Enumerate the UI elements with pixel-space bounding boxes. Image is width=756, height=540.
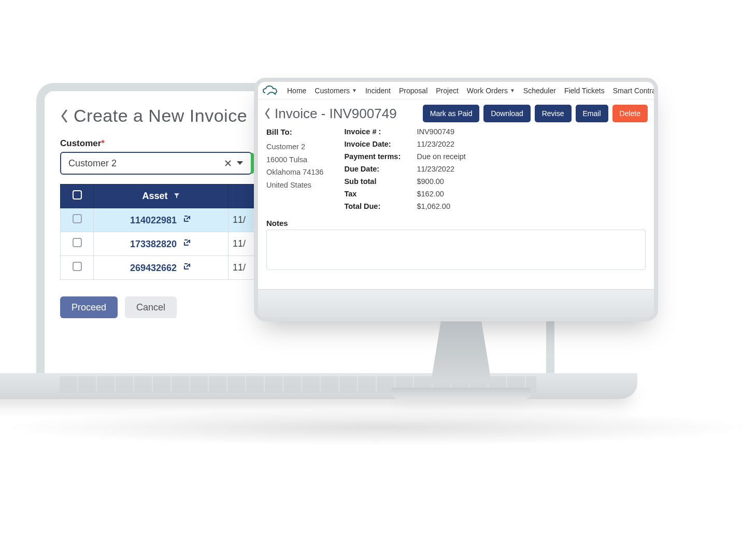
row-checkbox[interactable]: [73, 262, 82, 271]
desktop-chin: [258, 289, 654, 317]
header-asset[interactable]: Asset: [94, 184, 229, 208]
cancel-button[interactable]: Cancel: [125, 296, 177, 318]
nav-scheduler[interactable]: Scheduler: [523, 87, 556, 95]
nav-work-orders[interactable]: Work Orders ▼: [467, 87, 515, 95]
customer-select[interactable]: Customer 2: [60, 152, 252, 175]
asset-cell[interactable]: 173382820: [94, 232, 229, 256]
invoice-detail-screen: Home Customers ▼ Incident Proposal Proje…: [258, 82, 654, 289]
open-icon[interactable]: [182, 214, 192, 223]
page-title: Create a New Invoice: [74, 106, 247, 126]
nav-incident[interactable]: Incident: [365, 87, 391, 95]
meta-total-value: $1,062.00: [417, 202, 489, 210]
email-button[interactable]: Email: [576, 105, 608, 122]
meta-invoice-date-label: Invoice Date:: [344, 140, 417, 148]
header-checkbox[interactable]: [73, 190, 82, 200]
asset-table: Asset 114022981: [60, 184, 265, 280]
mark-as-paid-button[interactable]: Mark as Paid: [423, 105, 480, 122]
invoice-header: Invoice - INV900749 Mark as Paid Downloa…: [258, 100, 654, 125]
proceed-button[interactable]: Proceed: [60, 296, 118, 318]
meta-invoice-no-label: Invoice # :: [344, 127, 417, 136]
desktop-device: Home Customers ▼ Incident Proposal Proje…: [254, 78, 668, 399]
asset-id: 173382820: [130, 239, 177, 249]
caret-down-icon: ▼: [510, 88, 515, 93]
table-row[interactable]: 114022981 11/: [61, 208, 265, 232]
caret-down-icon: ▼: [352, 88, 357, 93]
meta-tax-label: Tax: [344, 190, 417, 198]
desktop-stand: [415, 321, 508, 399]
bill-to-block: Bill To: Customer 2 16000 Tulsa Oklahoma…: [266, 127, 323, 210]
back-chevron-icon[interactable]: [264, 108, 270, 119]
stand-neck: [425, 321, 497, 383]
table-row[interactable]: 269432662 11/: [61, 256, 265, 280]
row-checkbox[interactable]: [73, 214, 82, 223]
floor-shadow: [0, 409, 756, 446]
nav-smart-contracts[interactable]: Smart Contracts ▼: [613, 87, 654, 95]
bill-to-name: Customer 2: [266, 140, 323, 153]
asset-cell[interactable]: 114022981: [94, 208, 229, 232]
meta-invoice-no-value: INV900749: [417, 127, 489, 136]
header-asset-label: Asset: [142, 191, 167, 201]
filter-icon[interactable]: [174, 193, 180, 199]
open-icon[interactable]: [182, 262, 192, 271]
customer-label-text: Customer: [60, 138, 101, 148]
delete-button[interactable]: Delete: [612, 105, 648, 122]
meta-subtotal-value: $900.00: [417, 177, 489, 186]
notes-textarea[interactable]: [266, 230, 646, 270]
nav-project[interactable]: Project: [436, 87, 459, 95]
row-checkbox[interactable]: [73, 238, 82, 247]
dropdown-caret-icon[interactable]: [236, 161, 244, 166]
meta-due-value: 11/23/2022: [417, 165, 489, 173]
header-checkbox-cell: [61, 184, 94, 208]
invoice-title: Invoice - INV900749: [275, 106, 397, 122]
notes-label: Notes: [258, 216, 654, 230]
app-logo-icon[interactable]: [262, 84, 279, 97]
bill-to-line3: United States: [266, 179, 323, 192]
nav-customers-label: Customers: [315, 87, 350, 95]
top-nav: Home Customers ▼ Incident Proposal Proje…: [258, 82, 654, 100]
download-button[interactable]: Download: [483, 105, 530, 122]
customer-select-controls: [225, 160, 244, 166]
meta-due-label: Due Date:: [344, 165, 417, 173]
nav-proposal[interactable]: Proposal: [399, 87, 427, 95]
nav-smart-contracts-label: Smart Contracts: [613, 87, 654, 95]
invoice-actions: Mark as Paid Download Revise Email Delet…: [423, 105, 648, 122]
customer-select-value: Customer 2: [68, 158, 117, 169]
required-asterisk: *: [101, 138, 105, 148]
asset-id: 269432662: [130, 263, 177, 273]
meta-terms-label: Payment terms:: [344, 152, 417, 161]
nav-customers[interactable]: Customers ▼: [315, 87, 357, 95]
invoice-title-row: Invoice - INV900749: [264, 106, 397, 122]
bill-to-line2: Oklahoma 74136: [266, 166, 323, 179]
back-chevron-icon[interactable]: [60, 109, 68, 123]
asset-cell[interactable]: 269432662: [94, 256, 229, 280]
meta-total-label: Total Due:: [344, 202, 417, 210]
bill-to-heading: Bill To:: [266, 127, 323, 136]
stand-foot: [391, 388, 531, 399]
desktop-screen-bezel: Home Customers ▼ Incident Proposal Proje…: [254, 78, 658, 321]
nav-field-tickets[interactable]: Field Tickets: [564, 87, 605, 95]
meta-terms-value: Due on receipt: [417, 152, 489, 161]
meta-subtotal-label: Sub total: [344, 177, 417, 186]
table-row[interactable]: 173382820 11/: [61, 232, 265, 256]
meta-tax-value: $162.00: [417, 190, 489, 198]
nav-work-orders-label: Work Orders: [467, 87, 508, 95]
revise-button[interactable]: Revise: [535, 105, 572, 122]
asset-id: 114022981: [130, 215, 177, 225]
meta-invoice-date-value: 11/23/2022: [417, 140, 489, 148]
invoice-meta: Invoice # : INV900749 Invoice Date: 11/2…: [344, 127, 489, 210]
nav-home[interactable]: Home: [287, 87, 306, 95]
bill-to-line1: 16000 Tulsa: [266, 153, 323, 166]
invoice-body: Bill To: Customer 2 16000 Tulsa Oklahoma…: [258, 125, 654, 216]
open-icon[interactable]: [182, 238, 192, 247]
clear-icon[interactable]: [225, 160, 231, 166]
